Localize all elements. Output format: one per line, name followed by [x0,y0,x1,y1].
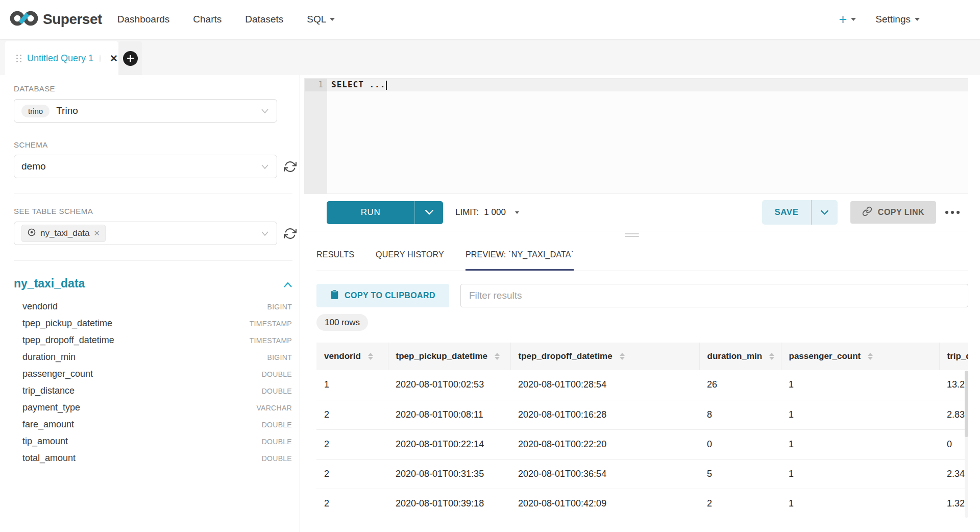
tab-query-history[interactable]: QUERY HISTORY [376,240,444,271]
grid-cell: 13.2 [939,370,968,400]
nav-charts[interactable]: Charts [193,14,222,25]
grid-cell: 8 [699,400,781,429]
column-row: tip_amount DOUBLE [22,433,292,450]
query-status-dot [100,55,101,62]
column-type: DOUBLE [262,438,292,446]
limit-label: LIMIT: [455,207,479,217]
run-button-group: RUN [327,201,443,224]
grid-cell: 2 [316,459,388,489]
sort-icon[interactable] [368,353,373,360]
tab-preview[interactable]: PREVIEW: `NY_TAXI_DATA` [465,240,574,271]
results-grid: vendorid tpep_pickup_datetime tpep_dropo… [316,343,968,518]
grid-row: 2 2020-08-01T00:39:18 2020-08-01T00:42:0… [316,489,968,518]
query-tab[interactable]: Untitled Query 1 ✕ [5,41,118,75]
new-item-menu[interactable]: + [839,13,856,27]
limit-dropdown[interactable]: LIMIT: 1 000 [455,207,519,217]
panel-resize-handle[interactable] [625,233,639,238]
grid-cell: 2020-08-01T00:39:18 [388,489,510,518]
superset-logo[interactable]: Superset [9,9,102,30]
table-schema-title[interactable]: ny_taxi_data [14,277,85,291]
grid-cell: 1 [781,400,939,429]
run-button[interactable]: RUN [327,201,414,224]
more-actions-icon[interactable] [945,211,960,214]
row-count-badge: 100 rows [316,314,368,331]
column-name: payment_type [22,402,80,413]
chevron-down-icon [851,18,856,21]
line-number: 1 [305,80,323,89]
settings-menu[interactable]: Settings [875,14,920,25]
save-options-button[interactable] [811,200,838,225]
grid-header-passenger[interactable]: passenger_count [781,343,939,370]
grid-cell: 1.32 [939,489,968,518]
grid-cell: 0 [699,429,781,459]
chevron-down-icon [915,18,920,21]
grid-header-vendorid[interactable]: vendorid [316,343,388,370]
copy-link-button[interactable]: COPY LINK [850,201,936,224]
drag-handle-icon[interactable] [16,55,22,62]
grid-cell: 1 [781,489,939,518]
copy-to-clipboard-label: COPY TO CLIPBOARD [345,291,435,300]
table-schema-select[interactable]: ny_taxi_data ✕ [14,222,277,245]
grid-header-trip-distance[interactable]: trip_distance [939,343,968,370]
chevron-up-icon[interactable] [284,280,292,289]
sql-editor[interactable]: 1 SELECT ... [304,78,968,194]
column-type: BIGINT [267,353,292,361]
column-type: DOUBLE [262,454,292,463]
grid-cell: 5 [699,459,781,489]
grid-header-dropoff[interactable]: tpep_dropoff_datetime [510,343,699,370]
sql-text: SELECT ... [331,80,385,89]
database-select[interactable]: trino Trino [14,99,277,123]
copy-to-clipboard-button[interactable]: COPY TO CLIPBOARD [316,284,449,307]
filter-results-input[interactable] [460,284,968,307]
close-tab-icon[interactable]: ✕ [110,53,118,64]
save-button[interactable]: SAVE [762,200,811,225]
grid-cell: 2 [699,489,781,518]
grid-cell: 2020-08-01T00:02:53 [388,370,510,400]
column-name: total_amount [22,453,76,464]
chevron-down-icon [261,162,268,171]
table-chip[interactable]: ny_taxi_data ✕ [21,225,106,242]
settings-label: Settings [875,14,911,25]
refresh-schema-icon[interactable] [282,159,298,174]
chevron-down-icon [261,106,268,115]
clipboard-icon [330,289,339,302]
nav-sql[interactable]: SQL [307,14,335,25]
grid-cell: 1 [781,370,939,400]
schema-select[interactable]: demo [14,155,277,178]
sidebar-divider [14,194,292,194]
sql-code-line[interactable]: SELECT ... [331,80,387,90]
tab-results[interactable]: RESULTS [316,240,354,271]
grid-cell: 26 [699,370,781,400]
nav-datasets[interactable]: Datasets [245,14,283,25]
run-options-button[interactable] [414,201,443,224]
grid-row: 2 2020-08-01T00:31:35 2020-08-01T00:36:5… [316,459,968,489]
nav-sql-label: SQL [307,14,326,25]
chevron-down-icon [330,18,335,21]
sort-icon[interactable] [495,353,500,360]
sort-icon[interactable] [868,353,873,360]
top-navigation: Superset Dashboards Charts Datasets SQL … [0,0,980,39]
column-name: tpep_pickup_datetime [22,318,112,329]
grid-header-duration[interactable]: duration_min [699,343,781,370]
column-row: tpep_dropoff_datetime TIMESTAMP [22,332,292,349]
chevron-down-icon [821,210,828,215]
nav-dashboards[interactable]: Dashboards [117,14,169,25]
add-tab-button[interactable] [119,41,142,75]
save-button-group: SAVE [762,200,838,225]
link-icon [862,206,872,219]
schema-label: SCHEMA [14,140,48,149]
editor-gutter [305,79,327,194]
refresh-table-icon[interactable] [282,226,298,241]
grid-header-pickup[interactable]: tpep_pickup_datetime [388,343,510,370]
column-name: duration_min [22,352,76,362]
grid-cell: 2020-08-01T00:42:09 [510,489,699,518]
table-columns-list: vendorid BIGINT tpep_pickup_datetime TIM… [22,298,292,467]
sort-icon[interactable] [769,353,774,360]
sort-icon[interactable] [620,353,625,360]
grid-scrollbar[interactable] [965,371,968,518]
column-row: payment_type VARCHAR [22,399,292,416]
remove-table-icon[interactable]: ✕ [93,229,100,238]
results-controls: COPY TO CLIPBOARD [316,284,968,307]
grid-cell: 1 [316,370,388,400]
column-row: passenger_count DOUBLE [22,366,292,382]
